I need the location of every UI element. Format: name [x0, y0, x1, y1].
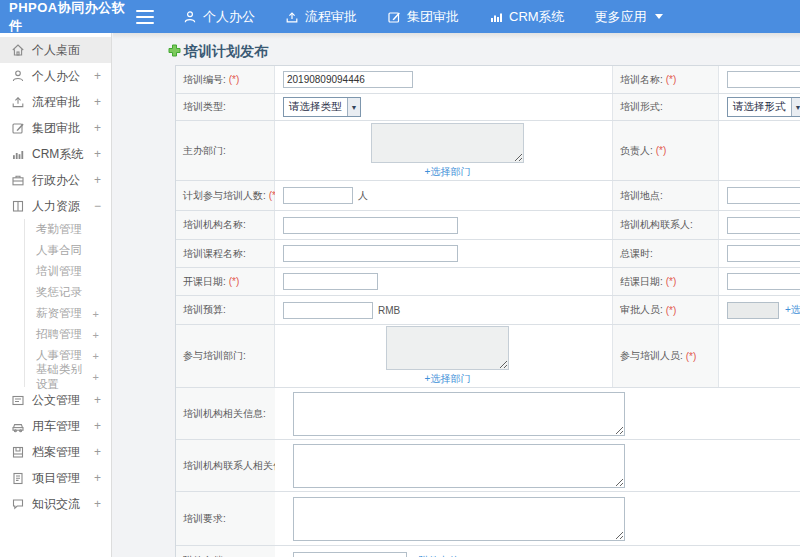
required-mark: (*) — [229, 276, 240, 287]
training-place-input[interactable] — [727, 187, 800, 204]
sidebar-item-attendance[interactable]: 考勤管理 — [25, 219, 111, 240]
training-type-select[interactable]: 请选择类型▼ — [283, 97, 361, 117]
home-icon — [11, 43, 25, 57]
form-row-org-contact-info: 培训机构联系人相关信息: — [176, 440, 800, 492]
briefcase-icon — [11, 173, 25, 187]
page-title: 培训计划发布 — [168, 43, 268, 61]
field-label: 参与培训人员: — [620, 349, 683, 363]
field-label: 计划参与培训人数: — [183, 189, 266, 203]
form-row-no-name: 培训编号:(*) 培训名称:(*) — [176, 66, 800, 94]
sidebar-item-training-mgmt[interactable]: 培训管理 — [25, 261, 111, 282]
sidebar-item-recruit[interactable]: 招聘管理+ — [25, 324, 111, 345]
sidebar-item-workflow-approval[interactable]: 流程审批 + — [0, 89, 111, 115]
sidebar-item-project-mgmt[interactable]: 项目管理 + — [0, 465, 111, 491]
sidebar-item-crm[interactable]: CRM系统 + — [0, 141, 111, 167]
sidebar-item-hr[interactable]: 人力资源 − — [0, 193, 111, 219]
expand-plus[interactable]: + — [94, 95, 101, 109]
end-date-input[interactable] — [727, 273, 800, 290]
form-row-dept-leader: 主办部门: +选择部门 负责人:(*) +选择负责人 — [176, 121, 800, 181]
course-name-input[interactable] — [283, 245, 458, 262]
attachment-upload-link[interactable]: +附件上传 — [413, 554, 459, 557]
expand-plus[interactable]: + — [94, 69, 101, 83]
org-contact-info-textarea[interactable] — [293, 444, 625, 488]
budget-input[interactable] — [283, 302, 373, 319]
expand-plus[interactable]: + — [94, 445, 101, 459]
expand-plus[interactable]: + — [94, 121, 101, 135]
field-label: 培训类型: — [183, 100, 226, 114]
field-label: 参与培训部门: — [183, 349, 246, 363]
app-logo: PHPOA协同办公软件 — [0, 0, 136, 35]
field-label: 开课日期: — [183, 275, 226, 289]
sidebar-item-base-category[interactable]: 基础类别设置+ — [25, 366, 111, 387]
participant-count-input[interactable] — [283, 187, 353, 204]
chevron-down-icon — [655, 14, 663, 19]
unit-suffix: 人 — [358, 189, 368, 203]
main-content: 培训计划发布 培训编号:(*) 培训名称:(*) 培训类型: 请选择类型▼ 培训… — [113, 33, 800, 557]
field-label: 结课日期: — [620, 275, 663, 289]
expand-plus[interactable]: + — [94, 147, 101, 161]
currency-suffix: RMB — [378, 305, 400, 316]
field-label: 主办部门: — [183, 144, 226, 158]
sidebar-item-reward-record[interactable]: 奖惩记录 — [25, 282, 111, 303]
required-mark: (*) — [666, 74, 677, 85]
host-dept-textarea[interactable] — [371, 123, 524, 163]
requirement-textarea[interactable] — [293, 497, 625, 541]
chevron-down-icon: ▼ — [347, 98, 361, 116]
form-row-dates: 开课日期:(*) 结课日期:(*) — [176, 268, 800, 296]
select-dept-link[interactable]: +选择部门 — [425, 165, 471, 179]
expand-plus[interactable]: + — [94, 173, 101, 187]
flow-icon — [11, 95, 25, 109]
org-name-input[interactable] — [283, 217, 458, 234]
field-label: 培训名称: — [620, 73, 663, 87]
archive-icon — [11, 445, 25, 459]
form-row-budget-approver: 培训预算: RMB 审批人员:(*) +选择审批人员 — [176, 296, 800, 325]
menu-icon[interactable] — [136, 10, 154, 24]
chevron-down-icon: ▼ — [791, 98, 800, 116]
form-row-type-mode: 培训类型: 请选择类型▼ 培训形式: 请选择形式▼ — [176, 94, 800, 121]
sidebar-item-hr-contract[interactable]: 人事合同 — [25, 240, 111, 261]
sidebar-item-document-mgmt[interactable]: 公文管理 + — [0, 387, 111, 413]
sidebar-item-desktop[interactable]: 个人桌面 — [0, 37, 111, 63]
nav-personal-office[interactable]: 个人办公 — [168, 0, 270, 33]
select-approver-link[interactable]: +选择审批人员 — [785, 303, 800, 317]
sidebar-item-knowledge[interactable]: 知识交流 + — [0, 491, 111, 517]
start-date-input[interactable] — [283, 273, 378, 290]
field-label: 培训机构联系人: — [620, 218, 693, 232]
required-mark: (*) — [686, 351, 697, 362]
field-label: 培训机构相关信息: — [183, 407, 266, 421]
select-join-dept-link[interactable]: +选择部门 — [425, 372, 471, 386]
expand-minus[interactable]: − — [94, 199, 101, 213]
sidebar-item-personal-office[interactable]: 个人办公 + — [0, 63, 111, 89]
sidebar-item-admin-office[interactable]: 行政办公 + — [0, 167, 111, 193]
expand-plus[interactable]: + — [94, 419, 101, 433]
join-dept-textarea[interactable] — [386, 326, 509, 370]
form-row-course-hours: 培训课程名称: 总课时: — [176, 240, 800, 268]
nav-group-approval[interactable]: 集团审批 — [372, 0, 474, 33]
training-plan-form: 培训编号:(*) 培训名称:(*) 培训类型: 请选择类型▼ 培训形式: 请选择… — [175, 65, 800, 557]
nav-more-apps[interactable]: 更多应用 — [580, 0, 678, 33]
org-info-textarea[interactable] — [293, 392, 625, 436]
field-label: 培训地点: — [620, 189, 663, 203]
person-icon — [11, 69, 25, 83]
training-name-input[interactable] — [727, 71, 800, 88]
sidebar-item-salary[interactable]: 薪资管理+ — [25, 303, 111, 324]
training-mode-select[interactable]: 请选择形式▼ — [727, 97, 800, 117]
org-contact-input[interactable] — [727, 217, 800, 234]
total-hours-input[interactable] — [727, 245, 800, 262]
nav-crm-system[interactable]: CRM系统 — [474, 0, 580, 33]
expand-plus[interactable]: + — [94, 393, 101, 407]
expand-plus[interactable]: + — [94, 471, 101, 485]
field-label: 附件文档: — [183, 554, 226, 557]
form-row-org-contact: 培训机构名称: 培训机构联系人: — [176, 211, 800, 240]
sidebar-item-vehicle-mgmt[interactable]: 用车管理 + — [0, 413, 111, 439]
sidebar-item-group-approval[interactable]: 集团审批 + — [0, 115, 111, 141]
nav-workflow-approval[interactable]: 流程审批 — [270, 0, 372, 33]
sidebar-item-archive-mgmt[interactable]: 档案管理 + — [0, 439, 111, 465]
field-label: 总课时: — [620, 247, 653, 261]
expand-plus[interactable]: + — [94, 497, 101, 511]
chat-icon — [11, 497, 25, 511]
add-icon — [168, 43, 181, 61]
attachment-input[interactable] — [293, 552, 407, 557]
training-no-input[interactable] — [283, 71, 413, 88]
approver-input[interactable] — [727, 302, 779, 319]
